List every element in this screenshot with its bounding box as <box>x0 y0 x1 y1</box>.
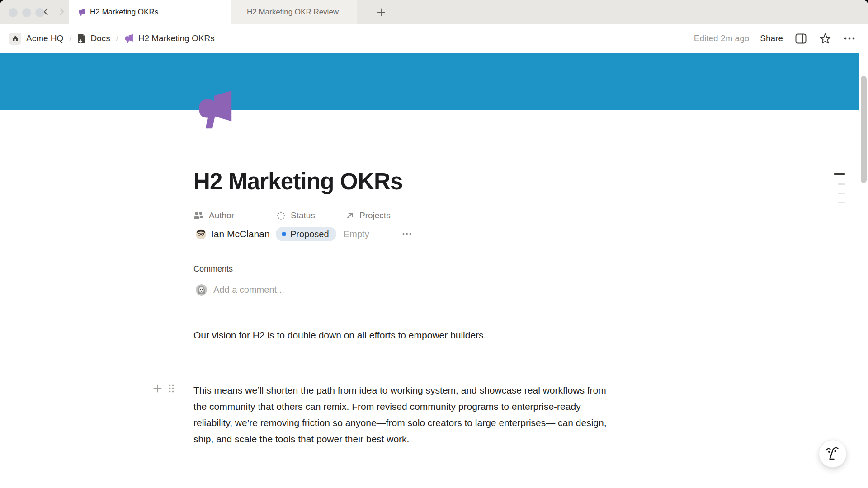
add-comment-row[interactable]: Add a comment... <box>196 284 284 296</box>
property-label: Status <box>291 211 315 221</box>
projects-value-empty[interactable]: Empty <box>344 229 369 239</box>
last-edited-text: Edited 2m ago <box>694 33 750 43</box>
add-block-button[interactable] <box>153 384 162 395</box>
home-icon <box>9 33 21 45</box>
status-value: Proposed <box>290 229 329 239</box>
app-window: H2 Marketing OKRs H2 Marketing OKR Revie… <box>0 0 868 488</box>
toc-line-active[interactable] <box>834 173 845 175</box>
more-options-button[interactable] <box>843 32 856 45</box>
side-panel-toggle-button[interactable] <box>794 32 807 45</box>
megaphone-icon <box>124 34 134 43</box>
side-panel-icon <box>795 33 807 44</box>
divider <box>193 481 669 481</box>
property-status[interactable]: Status <box>277 211 315 221</box>
close-window-button[interactable] <box>9 8 18 17</box>
arrow-up-right-icon <box>346 211 354 220</box>
tab-bar: H2 Marketing OKRs H2 Marketing OKR Revie… <box>0 0 868 24</box>
page-header: Acme HQ / Docs / H2 Marketing OKRs Edite… <box>0 24 868 53</box>
breadcrumb-separator: / <box>69 34 71 43</box>
breadcrumb-item-acme-hq[interactable]: Acme HQ <box>9 33 63 45</box>
star-icon <box>820 33 831 44</box>
megaphone-icon <box>78 8 86 16</box>
people-icon <box>193 211 203 220</box>
breadcrumb: Acme HQ / Docs / H2 Marketing OKRs <box>9 24 215 53</box>
author-value[interactable]: Ian McClanan <box>196 229 270 239</box>
property-label: Projects <box>359 211 391 221</box>
paragraph-block[interactable]: This means we’ll shorten the path from i… <box>193 382 618 447</box>
property-projects[interactable]: Projects <box>346 211 391 221</box>
breadcrumb-label: H2 Marketing OKRs <box>138 33 215 43</box>
tab-label: H2 Marketing OKR Review <box>247 8 339 17</box>
breadcrumb-item-current-page[interactable]: H2 Marketing OKRs <box>124 33 215 43</box>
tab-label: H2 Marketing OKRs <box>90 8 158 17</box>
breadcrumb-label: Docs <box>90 33 110 43</box>
page-cover[interactable] <box>0 53 859 110</box>
status-value-pill[interactable]: Proposed <box>276 227 336 241</box>
breadcrumb-separator: / <box>116 34 118 43</box>
page-title[interactable]: H2 Marketing OKRs <box>193 168 403 195</box>
toc-line[interactable] <box>838 183 845 185</box>
property-label: Author <box>209 211 234 221</box>
comments-section-label: Comments <box>193 264 233 274</box>
author-name: Ian McClanan <box>211 229 270 239</box>
drag-block-handle[interactable] <box>168 384 175 395</box>
add-comment-placeholder: Add a comment... <box>213 285 284 295</box>
plus-icon <box>153 384 162 393</box>
new-tab-button[interactable] <box>375 6 387 18</box>
toc-line[interactable] <box>838 202 845 203</box>
tab-h2-marketing-okr-review[interactable]: H2 Marketing OKR Review <box>231 0 357 24</box>
drag-handle-icon <box>168 384 175 393</box>
breadcrumb-item-docs[interactable]: Docs <box>77 33 110 44</box>
more-properties-button[interactable] <box>399 226 415 241</box>
chevron-right-icon <box>57 8 66 16</box>
ellipsis-icon <box>402 233 411 235</box>
toc-line[interactable] <box>838 193 845 194</box>
avatar <box>196 284 207 296</box>
status-dot <box>282 232 286 236</box>
block-handles <box>153 384 175 395</box>
share-button[interactable]: Share <box>760 33 783 43</box>
favorite-button[interactable] <box>818 32 832 45</box>
minimize-window-button[interactable] <box>22 8 31 17</box>
forward-button[interactable] <box>55 5 68 18</box>
divider <box>193 310 669 310</box>
property-author[interactable]: Author <box>193 211 234 221</box>
tab-h2-marketing-okrs[interactable]: H2 Marketing OKRs <box>69 0 231 24</box>
spinner-icon <box>277 211 285 220</box>
avatar <box>196 229 206 239</box>
page-icon-megaphone[interactable] <box>196 89 236 129</box>
chevron-left-icon <box>42 8 50 16</box>
ai-face-icon <box>826 446 840 461</box>
breadcrumb-label: Acme HQ <box>26 33 63 43</box>
header-actions: Edited 2m ago Share <box>694 24 856 53</box>
paragraph-block[interactable]: Our vision for H2 is to double down on a… <box>193 327 646 343</box>
document-plus-icon <box>77 33 86 44</box>
back-button[interactable] <box>40 5 52 18</box>
plus-icon <box>377 8 386 17</box>
vertical-scrollbar-thumb[interactable] <box>861 76 867 183</box>
ellipsis-icon <box>844 37 855 40</box>
ai-assistant-button[interactable] <box>819 440 847 468</box>
